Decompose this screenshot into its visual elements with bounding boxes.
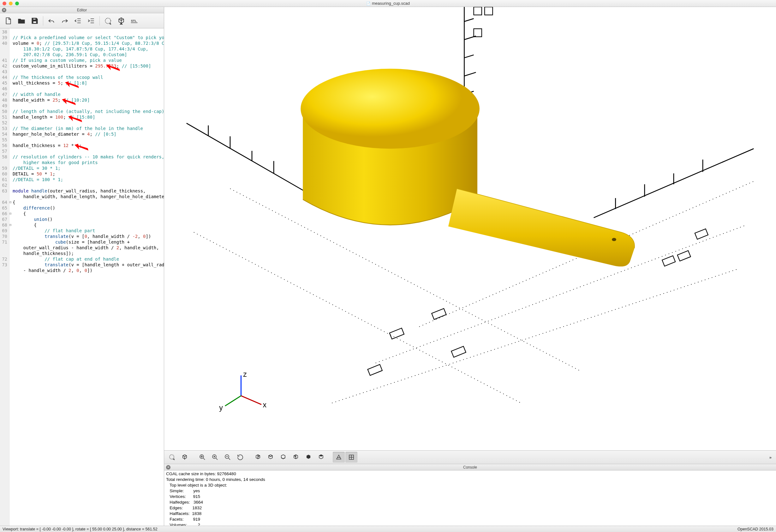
svg-point-2 — [105, 18, 111, 23]
code-line[interactable]: hanger_hole_hole_diameter = 4; // [0:5] — [13, 131, 164, 137]
code-line[interactable]: cube(size = [handle_length + ↵ — [13, 239, 164, 245]
code-editor[interactable]: 3839404142434445464748495051525354555657… — [0, 28, 164, 526]
code-line[interactable]: module handle(outer_wall_radius, handle_… — [13, 188, 164, 194]
svg-text:z: z — [243, 370, 247, 378]
3d-viewport[interactable]: z x y — [164, 7, 776, 450]
code-line[interactable]: union() — [13, 217, 164, 222]
zoom-in-button[interactable] — [209, 452, 221, 463]
reset-view-button[interactable] — [234, 452, 246, 463]
code-line[interactable] — [13, 182, 164, 188]
view-back-button[interactable] — [315, 452, 327, 463]
orthogonal-button[interactable] — [345, 452, 357, 463]
close-window-icon[interactable] — [3, 2, 6, 5]
render-button[interactable] — [115, 15, 128, 26]
view-top-button[interactable] — [264, 452, 276, 463]
svg-line-39 — [241, 396, 261, 405]
export-stl-button[interactable]: STL — [128, 15, 141, 26]
code-line[interactable]: - handle_width / 2, 0, 0]) — [13, 268, 164, 273]
code-line[interactable]: { — [13, 211, 164, 217]
code-line[interactable]: translate(v = [0, handle_width / -2, 0]) — [13, 234, 164, 239]
code-line[interactable]: // The thickness of the scoop wall — [13, 74, 164, 80]
code-line[interactable]: handle_length = 100; // [15:80] — [13, 114, 164, 120]
console-line: Top level object is a 3D object: — [166, 483, 774, 488]
preview-button[interactable] — [102, 15, 114, 26]
code-line[interactable] — [13, 69, 164, 74]
perspective-button[interactable] — [333, 452, 345, 463]
code-line[interactable]: handle_width = 25; // [10:20] — [13, 97, 164, 103]
code-line[interactable]: wall_thickness = 5; // [1:8] — [13, 80, 164, 86]
code-line[interactable] — [13, 29, 164, 35]
code-line[interactable]: difference() — [13, 205, 164, 211]
code-line[interactable]: // resolution of cylinders -- 10 makes f… — [13, 154, 164, 160]
svg-line-12 — [464, 55, 474, 58]
zoom-out-button[interactable] — [222, 452, 234, 463]
console-line: Edges: 1832 — [166, 505, 774, 511]
view-bottom-button[interactable] — [277, 452, 289, 463]
render-view-button[interactable] — [179, 452, 191, 463]
zoom-fit-button[interactable] — [196, 452, 208, 463]
open-file-button[interactable] — [15, 15, 28, 26]
minimize-window-icon[interactable] — [9, 2, 13, 5]
svg-rect-32 — [662, 256, 675, 266]
svg-point-36 — [612, 238, 616, 241]
view-diagonal-button[interactable] — [303, 452, 315, 463]
toolbar-overflow-icon[interactable]: » — [767, 455, 774, 460]
redo-button[interactable] — [58, 15, 71, 26]
code-line[interactable] — [13, 86, 164, 91]
code-line[interactable]: handle_thickness = 12 * 1; — [13, 143, 164, 148]
close-console-icon[interactable]: ✕ — [166, 465, 171, 470]
code-line[interactable]: // Pick a predefined volume or select "C… — [13, 35, 164, 40]
code-line[interactable]: handle_thickness]); — [13, 251, 164, 256]
svg-rect-26 — [431, 309, 446, 320]
zoom-window-icon[interactable] — [15, 2, 19, 5]
code-line[interactable]: volume = 0; // [29.57:1/8 Cup, 59.15:1/4… — [13, 40, 164, 46]
code-line[interactable] — [13, 103, 164, 108]
code-line[interactable]: handle_width, handle_length, hanger_hole… — [13, 194, 164, 200]
editor-toolbar: STL — [0, 13, 164, 28]
code-line[interactable]: DETAIL = 50 * 1; — [13, 171, 164, 177]
close-editor-icon[interactable]: ✕ — [2, 8, 6, 12]
new-file-button[interactable] — [2, 15, 14, 26]
code-line[interactable]: // The diameter (in mm) of the hole in t… — [13, 125, 164, 131]
code-line[interactable]: //DETAIL = 100 * 1; — [13, 177, 164, 182]
console-line: Total rendering time: 0 hours, 0 minutes… — [166, 477, 774, 483]
code-line[interactable]: translate(v = [handle_length + outer_wal… — [13, 262, 164, 268]
view-right-button[interactable] — [252, 452, 264, 463]
code-line[interactable]: //DETAIL = 30 * 1; — [13, 165, 164, 171]
code-line[interactable] — [13, 120, 164, 125]
svg-rect-0 — [33, 18, 36, 20]
console-line: Halfedges: 3664 — [166, 500, 774, 505]
svg-line-41 — [225, 396, 241, 406]
console-panel-title: Console — [463, 465, 477, 470]
save-file-button[interactable] — [28, 15, 41, 26]
code-line[interactable]: { — [13, 200, 164, 205]
viewport-status: Viewport: translate = [ -0.00 -0.00 -0.0… — [3, 527, 158, 531]
view-left-button[interactable] — [290, 452, 302, 463]
editor-panel-header: ✕ Editor — [0, 7, 164, 13]
code-line[interactable]: { — [13, 222, 164, 228]
editor-panel-title: Editor — [77, 8, 87, 12]
code-line[interactable] — [13, 148, 164, 154]
code-line[interactable]: // flat cap at end of handle — [13, 256, 164, 262]
unindent-button[interactable] — [72, 15, 84, 26]
code-line[interactable]: 118.30:1/2 Cup, 147.87:5/8 Cup, 177.44:3… — [13, 46, 164, 52]
code-line[interactable]: higher makes for good prints — [13, 160, 164, 165]
code-content[interactable]: // Pick a predefined volume or select "C… — [11, 28, 164, 526]
code-line[interactable]: // If using a custom volume, pick a valu… — [13, 57, 164, 63]
svg-rect-31 — [474, 29, 482, 37]
code-line[interactable]: custom_volume_in_milliliters = 295.7353;… — [13, 63, 164, 69]
code-line[interactable]: // width of handle — [13, 91, 164, 97]
code-line[interactable]: 207.02:7/8 Cup, 236.59:1 Cup, 0:Custom] — [13, 52, 164, 57]
code-line[interactable]: outer_wall_radius - handle_width / 2, ha… — [13, 245, 164, 251]
preview-view-button[interactable] — [166, 452, 178, 463]
console-output[interactable]: CGAL cache size in bytes: 92766480Total … — [164, 471, 776, 526]
code-line[interactable]: // length of handle (actually, not inclu… — [13, 108, 164, 114]
code-line[interactable]: // flat handle part — [13, 228, 164, 234]
indent-button[interactable] — [85, 15, 98, 26]
code-line[interactable] — [13, 137, 164, 143]
svg-rect-25 — [390, 328, 404, 339]
undo-button[interactable] — [45, 15, 58, 26]
svg-point-35 — [301, 69, 479, 149]
svg-text:STL: STL — [131, 19, 137, 22]
console-line: Halffacets: 1838 — [166, 511, 774, 517]
